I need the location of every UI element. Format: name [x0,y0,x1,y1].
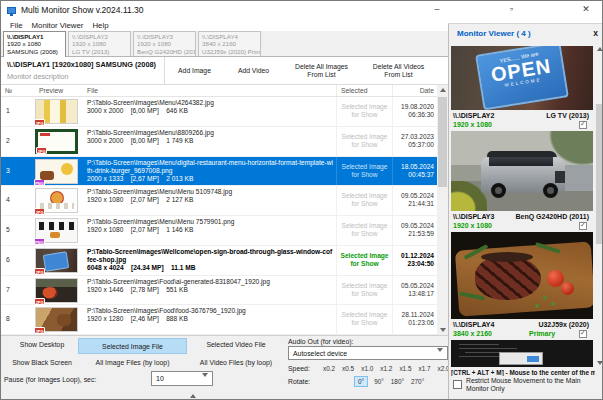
monitor1-preview: YES...... We are OPEN WELCOME [451,46,593,110]
add-image-button[interactable]: Add Image [173,67,217,75]
app-window: Multi Monitor Show v.2024.11.30 – ▫ ✕ Fi… [0,0,603,400]
delete-all-images-button[interactable]: Delete All Images From List [291,63,353,80]
restrict-mouse-checkbox[interactable] [453,380,462,389]
rotate-option-active[interactable]: 0° [354,376,368,387]
maximize-icon[interactable]: ▫ [504,3,520,16]
monitor2-checkbox[interactable] [579,121,587,129]
tab-display1[interactable]: \\.\DISPLAY1 1920 x 1080 SAMSUNG (2008) [3,31,66,57]
table-header: № Preview File Selected Date [1,85,437,97]
restrict-mouse-label: Restrict Mouse Movement to the Main Moni… [466,377,595,393]
monitor4-checkbox[interactable] [579,330,587,338]
table-row[interactable]: 8 JPG P:\Tablo-Screen\Images\Food\food-3… [1,305,437,335]
delete-all-videos-button[interactable]: Delete All Videos From List [368,63,430,80]
hotkey-hint: [CTRL + ALT + M] - Mouse to the center o… [451,369,595,376]
selected-status: Selected Image for Show [336,305,392,334]
selected-status: Selected Image for Show [336,186,392,215]
table-row[interactable]: 1 JPG P:\Tablo-Screen\Images\Menu\426438… [1,97,437,127]
selected-image-file-button[interactable]: Selected Image File [78,338,187,354]
audio-device-select[interactable]: Autoselect device [288,346,448,360]
menu-monitor-viewer[interactable]: Monitor Viewer [32,21,84,30]
selected-status: Selected Image for Show [336,276,392,305]
speed-option[interactable]: x0.5 [341,364,355,373]
selected-status: Selected Image for Show [336,97,392,126]
selected-status: Selected Image for Show [336,127,392,156]
col-date: Date [392,85,437,96]
spinner-up-icon[interactable] [190,377,196,395]
scroll-down-icon[interactable] [437,325,448,335]
table-row[interactable]: 2 JPG P:\Tablo-Screen\Images\Menu\880926… [1,127,437,157]
menu-bar: File Monitor Viewer Help [1,19,448,31]
image-thumbnail: JPG [35,278,78,303]
menu-file[interactable]: File [10,21,23,30]
png-badge-icon: PNG [34,238,45,245]
png-badge-icon: PNG [34,179,45,186]
show-black-screen-button[interactable]: Show Black Screen [7,359,77,366]
show-desktop-button[interactable]: Show Desktop [7,341,77,348]
menu-help[interactable]: Help [92,21,108,30]
image-thumbnail: PNG [35,159,78,184]
panel-scrollbar[interactable] [595,44,603,368]
monitor-description: Monitor description [7,72,162,81]
window-title: Multi Monitor Show v.2024.11.30 [21,5,144,15]
monitor-title: \\.\DISPLAY1 [1920x1080] SAMSUNG (2008) [7,60,162,69]
panel-title: Monitor Viewer ( 4 ) [457,29,531,38]
open-sign: YES...... We are OPEN WELCOME [475,46,569,110]
speed-option[interactable]: x1.0 [360,364,374,373]
rotate-label: Rotate: [288,378,322,385]
spinner-down-icon[interactable] [202,377,208,395]
monitor-header: \\.\DISPLAY1 [1920x1080] SAMSUNG (2008) … [1,57,448,85]
rotate-option[interactable]: 90° [373,377,385,386]
rotate-option[interactable]: 180° [390,377,405,386]
speed-option[interactable]: x1.2 [379,364,393,373]
image-list: 1 JPG P:\Tablo-Screen\Images\Menu\426438… [1,97,437,335]
all-video-files-button[interactable]: All Video Files (by loop) [197,359,275,366]
image-thumbnail: JPG [35,99,78,124]
scroll-down-icon[interactable] [595,358,603,368]
selected-status: Selected Image for Show [336,216,392,245]
pause-spinner[interactable]: 10 [151,371,213,386]
speed-option[interactable]: x1.5 [398,364,412,373]
rotate-option[interactable]: 270° [410,377,425,386]
playback-controls: Show Desktop Selected Image File Selecte… [1,335,448,400]
tab-display2[interactable]: \\.\DISPLAY2 1920 x 1080 LG TV (2013) [68,31,131,56]
monitor3-checkbox[interactable] [579,222,587,230]
image-thumbnail: JPG [35,129,78,154]
minimize-icon[interactable]: – [429,3,445,16]
selected-status: Selected Image for Show [336,246,392,275]
tab-display4[interactable]: \\.\DISPLAY4 3840 x 2160 U32J59x (2020) … [198,31,261,56]
speed-option[interactable]: x1.7 [417,364,431,373]
scrollbar-thumb[interactable] [596,104,603,244]
image-thumbnail: PNG [35,218,78,243]
scroll-up-icon[interactable] [595,44,603,54]
app-icon [7,7,16,14]
jpg-badge-icon: JPG [36,147,47,154]
display-tabs: \\.\DISPLAY1 1920 x 1080 SAMSUNG (2008) … [1,31,448,57]
table-scrollbar[interactable] [437,85,448,335]
tab-display3[interactable]: \\.\DISPLAY3 1920 x 1080 BenQ G2420HD (2… [133,31,196,56]
col-preview: Preview [35,85,83,96]
table-row-active-show[interactable]: 6 JPG P:\Tablo-Screen\Images\Wellcome\op… [1,246,437,276]
table-row[interactable]: 5 PNG P:\Tablo-Screen\Images\Menu\Menu 7… [1,216,437,246]
selected-status: Selected Image for Show [336,157,392,186]
close-icon[interactable]: ✕ [578,3,594,16]
audio-out-label: Audio Out (for video): [288,338,354,345]
selected-video-file-button[interactable]: Selected Video File [201,341,271,348]
all-image-files-button[interactable]: All Image Files (by loop) [78,359,187,366]
table-row[interactable]: 7 JPG P:\Tablo-Screen\Images\Food\ai-gen… [1,276,437,306]
speed-option[interactable]: x0.2 [322,364,336,373]
scrollbar-thumb[interactable] [438,97,447,187]
monitor2-preview [451,131,593,211]
table-row-selected[interactable]: 3 PNG P:\Tablo-Screen\Images\Menu\digita… [1,157,437,187]
col-file: File [83,85,336,96]
jpg-badge-icon: JPG [34,208,45,215]
image-thumbnail: JPG [35,307,78,332]
add-video-button[interactable]: Add Video [232,67,276,75]
table-row[interactable]: 4 JPG P:\Tablo-Screen\Images\Menu\Menu 5… [1,186,437,216]
jpg-badge-icon: JPG [34,119,45,126]
speed-label: Speed: [288,365,322,372]
monitor-viewer-panel: Monitor Viewer ( 4 ) x YES...... We are … [448,23,603,400]
scroll-up-icon[interactable] [437,85,448,95]
panel-close-icon[interactable]: x [593,28,598,38]
col-selected: Selected [336,85,392,96]
title-bar: Multi Monitor Show v.2024.11.30 – ▫ ✕ [1,1,603,19]
